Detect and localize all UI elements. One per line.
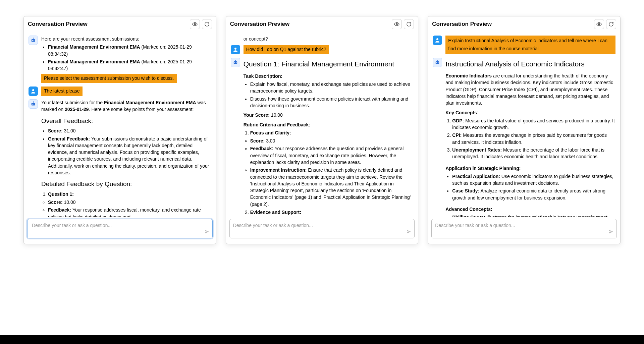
svg-point-3 bbox=[34, 40, 34, 41]
svg-point-16 bbox=[598, 23, 600, 25]
criterion-evidence-support: Evidence and Support: Score: 1.00 Feedba… bbox=[250, 209, 414, 217]
panel-body[interactable]: Explain Instructional Analysis of Econom… bbox=[428, 32, 620, 217]
analysis-heading: Instructional Analysis of Economic Indic… bbox=[445, 59, 615, 69]
user-text-highlight: Explain Instructional Analysis of Econom… bbox=[445, 36, 615, 54]
panel-header: Conversation Preview bbox=[24, 16, 216, 32]
q1-heading: Question 1: Financial Management Environ… bbox=[244, 59, 414, 69]
svg-point-4 bbox=[33, 38, 34, 38]
preview-button[interactable] bbox=[392, 19, 402, 29]
general-feedback-item: General Feedback: Your submissions demon… bbox=[48, 135, 211, 176]
bot-avatar bbox=[29, 99, 38, 109]
send-icon bbox=[204, 229, 210, 234]
concept-cpi: CPI: Measures the average change in pric… bbox=[452, 132, 615, 146]
panel-footer: Describe your task or ask a question... bbox=[24, 217, 216, 244]
panel-body[interactable]: or concept? How did I do on Q1 against t… bbox=[226, 32, 418, 217]
panel-title: Conversation Preview bbox=[230, 20, 290, 28]
app-practical: Practical Application: Use economic indi… bbox=[452, 173, 615, 187]
criterion-focus-clarity: Focus and Clarity: Score: 3.00 Feedback:… bbox=[250, 129, 414, 208]
key-concepts-label: Key Concepts: bbox=[445, 109, 615, 116]
bot-message: Instructional Analysis of Economic Indic… bbox=[433, 58, 615, 217]
bot-prompt-highlight: Please select the assessment submission … bbox=[41, 74, 177, 83]
user-avatar bbox=[433, 36, 442, 45]
app-case-study: Case Study: Analyze regional economic da… bbox=[452, 187, 615, 201]
svg-point-2 bbox=[32, 40, 33, 41]
bot-avatar bbox=[231, 58, 240, 67]
message-input[interactable]: Describe your task or ask a question... bbox=[27, 219, 213, 238]
person-icon bbox=[434, 37, 440, 43]
bot-intro-text: Here are your recent assessment submissi… bbox=[41, 36, 211, 42]
svg-rect-6 bbox=[32, 103, 35, 106]
your-score: Your Score: 10.00 bbox=[244, 112, 414, 118]
panel-title: Conversation Preview bbox=[28, 20, 88, 28]
user-avatar bbox=[231, 45, 240, 54]
eye-icon bbox=[192, 21, 198, 27]
message-input[interactable]: Describe your task or ask a question... bbox=[431, 219, 617, 238]
input-placeholder: Describe your task or ask a question... bbox=[32, 223, 112, 228]
robot-icon bbox=[30, 37, 36, 43]
task-desc-label: Task Description: bbox=[244, 73, 414, 79]
bot-avatar bbox=[433, 58, 442, 67]
svg-point-17 bbox=[436, 38, 438, 40]
svg-point-5 bbox=[32, 89, 34, 91]
fragment-text: or concept? bbox=[231, 36, 414, 42]
concept-unemployment: Unemployment Rates: Measure the percenta… bbox=[452, 147, 615, 160]
refresh-icon bbox=[608, 21, 614, 27]
person-icon bbox=[232, 47, 238, 53]
refresh-icon bbox=[406, 21, 412, 27]
input-placeholder: Describe your task or ask a question... bbox=[435, 223, 515, 228]
task-item: Explain how fiscal, monetary, and exchan… bbox=[250, 81, 414, 95]
panel-header: Conversation Preview bbox=[428, 16, 620, 32]
question-1-item: Question 1: Score: 10.00 Feedback: Your … bbox=[48, 191, 211, 217]
submission-item: Financial Management Environment EMA (Ma… bbox=[48, 44, 211, 57]
eye-icon bbox=[596, 21, 602, 27]
header-buttons bbox=[594, 19, 616, 29]
svg-point-9 bbox=[33, 101, 34, 102]
svg-point-13 bbox=[234, 62, 235, 63]
svg-point-21 bbox=[437, 60, 438, 60]
submission-item: Financial Management Environment EMA (Ma… bbox=[48, 58, 211, 72]
preview-button[interactable] bbox=[594, 19, 604, 29]
eye-icon bbox=[394, 21, 399, 27]
panel-body[interactable]: Here are your recent assessment submissi… bbox=[24, 32, 216, 217]
conversation-panel-2: Conversation Preview or concept? How did… bbox=[226, 16, 419, 244]
send-button[interactable] bbox=[608, 229, 614, 236]
bot-message: Here are your recent assessment submissi… bbox=[29, 36, 211, 83]
panel-header: Conversation Preview bbox=[226, 16, 418, 32]
bot-message: Question 1: Financial Management Environ… bbox=[231, 58, 414, 217]
robot-icon bbox=[30, 101, 36, 107]
user-message: How did I do on Q1 against the rubric? bbox=[231, 45, 414, 54]
robot-icon bbox=[232, 59, 238, 65]
conversation-panel-1: Conversation Preview Here are your recen… bbox=[23, 16, 216, 244]
panel-footer: Describe your task or ask a question... bbox=[226, 217, 418, 244]
user-text-highlight: How did I do on Q1 against the rubric? bbox=[244, 45, 329, 54]
svg-rect-18 bbox=[436, 61, 439, 64]
message-input[interactable]: Describe your task or ask a question... bbox=[229, 219, 415, 238]
bot-avatar bbox=[29, 36, 38, 45]
send-button[interactable] bbox=[406, 229, 412, 236]
conversation-panel-3: Conversation Preview Explain Instruction… bbox=[428, 16, 621, 244]
concept-gdp: GDP: Measures the total value of goods a… bbox=[452, 117, 615, 131]
send-icon bbox=[608, 229, 614, 234]
panel-title: Conversation Preview bbox=[432, 20, 492, 28]
input-placeholder: Describe your task or ask a question... bbox=[233, 223, 313, 228]
advanced-label: Advanced Concepts: bbox=[445, 206, 615, 213]
send-icon bbox=[406, 229, 412, 234]
svg-point-15 bbox=[235, 60, 236, 60]
user-text-highlight: The latest please bbox=[41, 87, 83, 96]
header-buttons bbox=[190, 19, 212, 29]
svg-rect-1 bbox=[32, 39, 35, 42]
svg-point-19 bbox=[436, 62, 437, 63]
send-button[interactable] bbox=[204, 229, 210, 236]
panel-footer: Describe your task or ask a question... bbox=[428, 217, 620, 244]
svg-point-0 bbox=[194, 23, 196, 25]
user-avatar bbox=[29, 87, 38, 96]
application-label: Application in Strategic Planning: bbox=[445, 165, 615, 172]
preview-button[interactable] bbox=[190, 19, 200, 29]
refresh-button[interactable] bbox=[606, 19, 616, 29]
refresh-button[interactable] bbox=[404, 19, 414, 29]
svg-point-7 bbox=[32, 104, 33, 105]
detailed-feedback-heading: Detailed Feedback by Question: bbox=[41, 179, 211, 189]
refresh-button[interactable] bbox=[202, 19, 212, 29]
svg-point-8 bbox=[34, 104, 34, 105]
rubric-label: Rubric Criteria and Feedback: bbox=[244, 121, 414, 128]
